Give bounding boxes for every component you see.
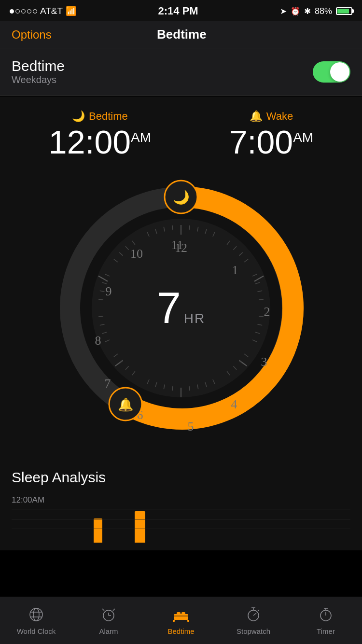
svg-line-26	[259, 316, 264, 317]
svg-rect-88	[177, 612, 181, 615]
bedtime-toggle[interactable]	[313, 61, 350, 83]
sleep-analysis-title: Sleep Analysis	[12, 469, 350, 486]
bedtime-tab-icon	[173, 607, 189, 624]
chart-bar-1	[94, 518, 102, 543]
clock-container: 12 1 2 3 4 5 6 7 8 9 10 11 🌙 🔔	[0, 168, 362, 458]
svg-line-61	[172, 225, 173, 230]
stopwatch-label: Stopwatch	[237, 627, 270, 635]
tab-bar: World Clock Alarm Bedtime	[0, 597, 362, 644]
bluetooth-icon: ✱	[304, 6, 311, 16]
dot-1	[10, 9, 14, 14]
status-time: 2:14 PM	[158, 5, 198, 17]
battery-fill	[337, 9, 349, 14]
svg-text:10: 10	[130, 247, 143, 261]
wake-label-text: Wake	[266, 110, 293, 123]
svg-line-86	[113, 609, 115, 611]
battery-container	[336, 7, 352, 15]
svg-text:8: 8	[95, 334, 101, 348]
status-bar: AT&T 📶 2:14 PM ➤ ⏰ ✱ 88%	[0, 0, 362, 21]
tab-bar-spacer	[0, 550, 362, 598]
wake-clock-value: 7:00	[229, 124, 293, 160]
svg-line-37	[189, 386, 190, 391]
alarm-label: Alarm	[99, 627, 118, 635]
dot-3	[21, 9, 26, 14]
bedtime-time-block[interactable]: 🌙 Bedtime 12:00AM	[49, 110, 151, 158]
tab-timer[interactable]: Timer	[290, 607, 362, 635]
svg-point-78	[30, 608, 42, 621]
svg-rect-87	[174, 614, 188, 620]
moon-icon: 🌙	[72, 110, 85, 123]
svg-line-96	[253, 613, 256, 616]
sleep-analysis-section: Sleep Analysis 12:00AM	[0, 458, 362, 550]
dot-4	[27, 9, 31, 14]
options-button[interactable]: Options	[12, 28, 52, 42]
bedtime-clock-value: 12:00	[49, 124, 131, 160]
svg-text:9: 9	[106, 284, 112, 298]
bedtime-ampm: AM	[131, 130, 151, 145]
svg-text:5: 5	[188, 420, 194, 434]
status-right: ➤ ⏰ ✱ 88%	[280, 6, 352, 16]
world-clock-icon	[29, 607, 43, 624]
sleep-chart-area	[12, 509, 350, 543]
bell-icon: 🔔	[250, 110, 263, 123]
sleep-time-label: 12:00AM	[12, 495, 350, 505]
stopwatch-icon	[246, 607, 261, 624]
tab-bedtime[interactable]: Bedtime	[145, 607, 217, 635]
tab-alarm[interactable]: Alarm	[72, 607, 145, 635]
battery-percent: 88%	[315, 6, 332, 16]
timer-label: Timer	[317, 627, 335, 635]
svg-text:7: 7	[105, 377, 111, 391]
svg-line-97	[258, 610, 259, 611]
carrier-label: AT&T	[40, 6, 63, 16]
clock-center: 7 HR	[157, 286, 206, 330]
bedtime-tab-label: Bedtime	[167, 627, 194, 635]
chart-line-2	[12, 529, 350, 529]
clock-wrap[interactable]: 12 1 2 3 4 5 6 7 8 9 10 11 🌙 🔔	[46, 173, 316, 443]
tab-stopwatch[interactable]: Stopwatch	[217, 607, 290, 635]
svg-line-25	[259, 299, 264, 300]
bedtime-toggle-section: Bedtime Weekdays	[0, 48, 362, 96]
svg-line-50	[98, 299, 103, 300]
chart-line-1	[12, 519, 350, 519]
wake-time-block[interactable]: 🔔 Wake 7:00AM	[229, 110, 313, 158]
svg-rect-89	[181, 612, 185, 615]
svg-point-79	[33, 608, 39, 621]
svg-line-14	[189, 225, 190, 230]
status-left: AT&T 📶	[10, 6, 76, 16]
wake-ampm: AM	[293, 130, 313, 145]
svg-line-49	[98, 316, 103, 317]
svg-line-38	[172, 386, 173, 391]
alarm-status-icon: ⏰	[291, 7, 300, 16]
svg-line-85	[102, 609, 104, 611]
nav-bar: Options Bedtime	[0, 21, 362, 48]
chart-bar-2	[135, 511, 145, 543]
alarm-icon	[101, 607, 116, 624]
svg-rect-90	[173, 620, 175, 622]
svg-text:3: 3	[261, 355, 267, 369]
svg-text:11: 11	[171, 238, 183, 252]
world-clock-label: World Clock	[17, 627, 56, 635]
bedtime-main-label: Bedtime	[12, 58, 65, 74]
bedtime-label-text: Bedtime	[89, 110, 128, 123]
times-section: 🌙 Bedtime 12:00AM 🔔 Wake 7:00AM	[0, 97, 362, 168]
svg-text:🔔: 🔔	[118, 397, 134, 412]
hours-number: 7	[157, 286, 181, 330]
battery-icon	[336, 7, 352, 15]
tab-world-clock[interactable]: World Clock	[0, 607, 72, 635]
nav-title: Bedtime	[157, 27, 207, 42]
bedtime-time-label: 🌙 Bedtime	[49, 110, 151, 123]
svg-text:2: 2	[264, 305, 270, 319]
bedtime-time-value: 12:00AM	[49, 126, 151, 158]
svg-text:🌙: 🌙	[173, 189, 190, 205]
timer-icon	[319, 607, 333, 624]
wake-time-value: 7:00AM	[229, 126, 313, 158]
wifi-icon: 📶	[66, 6, 76, 16]
hours-label: HR	[184, 311, 205, 326]
bedtime-sub-label: Weekdays	[12, 74, 65, 85]
wake-time-label: 🔔 Wake	[229, 110, 313, 123]
location-icon: ➤	[280, 6, 287, 16]
svg-text:1: 1	[232, 263, 238, 277]
dot-5	[33, 9, 37, 14]
svg-rect-91	[187, 620, 189, 622]
dot-2	[15, 9, 20, 14]
